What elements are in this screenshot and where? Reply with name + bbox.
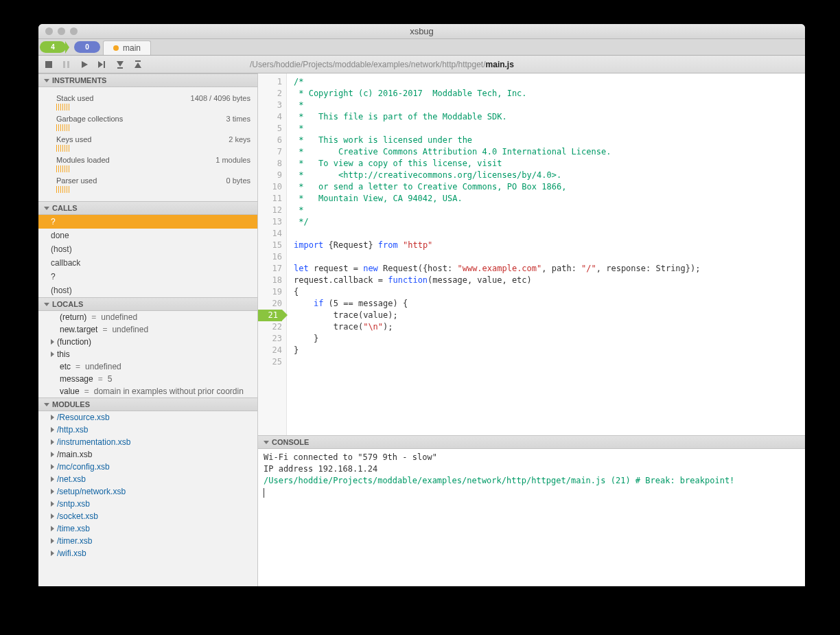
line-number[interactable]: 15 [258,240,282,251]
line-number[interactable]: 19 [258,286,282,298]
line-number[interactable]: 6 [258,135,282,146]
instrument-value: 1408 / 4096 bytes [191,94,250,102]
module-item[interactable]: /sntp.xsb [38,498,257,510]
line-number[interactable]: 5 [258,123,282,135]
line-number[interactable]: 18 [258,275,282,286]
module-item[interactable]: /time.xsb [38,522,257,535]
line-number[interactable]: 25 [258,356,282,368]
locals-header[interactable]: LOCALS [38,297,257,311]
calls-header[interactable]: CALLS [38,201,257,215]
line-number[interactable]: 11 [258,193,282,205]
code-area[interactable]: /* * Copyright (c) 2016-2017 Moddable Te… [287,73,805,435]
line-number[interactable]: 9 [258,170,282,181]
line-number[interactable]: 13 [258,216,282,228]
local-variable[interactable]: this [38,348,257,360]
call-stack-frame[interactable]: ? [38,215,257,229]
module-item[interactable]: /socket.xsb [38,510,257,522]
svg-marker-4 [98,61,103,68]
variable-value: undefined [85,362,121,371]
chevron-down-icon [44,403,49,406]
line-number[interactable]: 2 [258,88,282,100]
modules-header[interactable]: MODULES [38,397,257,411]
sidebar: INSTRUMENTS Stack used1408 / 4096 bytesG… [38,73,258,586]
line-number[interactable]: 24 [258,345,282,356]
line-number[interactable]: 20 [258,298,282,310]
code-line: * This work is licensed under the [294,135,805,146]
instrument-label: Garbage collections [56,115,123,123]
section-label: CALLS [52,204,78,212]
instrument-value: 2 keys [229,135,250,143]
chevron-down-icon [264,441,269,444]
code-line: } [294,345,805,356]
breakpoints-badge[interactable]: 0 [74,41,100,53]
call-stack-frame[interactable]: ? [38,270,257,284]
line-number[interactable]: 7 [258,146,282,158]
line-number[interactable]: 4 [258,111,282,123]
module-name: /socket.xsb [57,511,98,521]
path-file: main.js [486,60,514,69]
svg-marker-6 [117,61,124,67]
pause-button[interactable] [62,60,71,69]
code-line: * or send a letter to Creative Commons, … [294,181,805,193]
line-number[interactable]: 17 [258,263,282,275]
module-item[interactable]: /main.xsb [38,448,257,461]
module-item[interactable]: /instrumentation.xsb [38,436,257,448]
chevron-right-icon [51,439,54,445]
step-out-button[interactable] [133,60,143,69]
code-editor[interactable]: 1234567891011121314151617181920212223242… [258,73,805,435]
module-item[interactable]: /Resource.xsb [38,411,257,424]
zoom-icon[interactable] [70,27,78,35]
local-variable[interactable]: etc=undefined [38,360,257,373]
code-line: * [294,123,805,135]
console-panel[interactable]: Wi-Fi connected to "579 9th - slow"IP ad… [258,449,805,586]
line-number[interactable]: 1 [258,76,282,88]
module-name: /mc/config.xsb [57,462,110,472]
machines-badge[interactable]: 4 [40,41,66,53]
module-item[interactable]: /wifi.xsb [38,547,257,559]
svg-rect-5 [104,61,105,68]
line-number[interactable]: 14 [258,228,282,240]
code-line: if (5 == message) { [294,298,805,310]
local-variable[interactable]: value= domain in examples without prior … [38,385,257,397]
svg-rect-8 [135,60,141,62]
local-variable[interactable]: new.target=undefined [38,323,257,336]
variable-name: message [60,374,93,384]
call-stack-frame[interactable]: (host) [38,284,257,297]
module-item[interactable]: /mc/config.xsb [38,461,257,473]
call-stack-frame[interactable]: (host) [38,242,257,256]
call-stack-frame[interactable]: callback [38,256,257,270]
module-item[interactable]: /setup/network.xsb [38,485,257,498]
module-item[interactable]: /net.xsb [38,473,257,485]
call-stack-frame[interactable]: done [38,229,257,242]
code-line: trace(value); [294,310,805,321]
local-variable[interactable]: (return)=undefined [38,311,257,323]
console-header[interactable]: CONSOLE [258,435,805,449]
stop-button[interactable] [44,60,54,69]
minimize-icon[interactable] [58,27,65,35]
line-number[interactable]: 21 [258,310,282,321]
step-in-button[interactable] [115,60,125,69]
run-button[interactable] [80,60,89,69]
instruments-header[interactable]: INSTRUMENTS [38,73,257,87]
local-variable[interactable]: message=5 [38,373,257,385]
module-item[interactable]: /timer.xsb [38,535,257,547]
dot-icon [113,45,119,51]
variable-name: this [57,349,70,359]
line-number[interactable]: 16 [258,251,282,263]
local-variable[interactable]: (function) [38,336,257,348]
module-name: /net.xsb [57,474,86,484]
line-number[interactable]: 3 [258,100,282,111]
code-line: { [294,286,805,298]
tab-main[interactable]: main [103,41,151,55]
line-number[interactable]: 8 [258,158,282,170]
line-number[interactable]: 23 [258,333,282,345]
close-icon[interactable] [45,27,53,35]
line-gutter[interactable]: 1234567891011121314151617181920212223242… [258,73,287,435]
step-button[interactable] [97,60,107,69]
module-item[interactable]: /http.xsb [38,424,257,436]
line-number[interactable]: 12 [258,205,282,216]
instruments-panel: Stack used1408 / 4096 bytesGarbage colle… [38,87,257,201]
sparkline [56,186,250,193]
line-number[interactable]: 10 [258,181,282,193]
line-number[interactable]: 22 [258,321,282,333]
